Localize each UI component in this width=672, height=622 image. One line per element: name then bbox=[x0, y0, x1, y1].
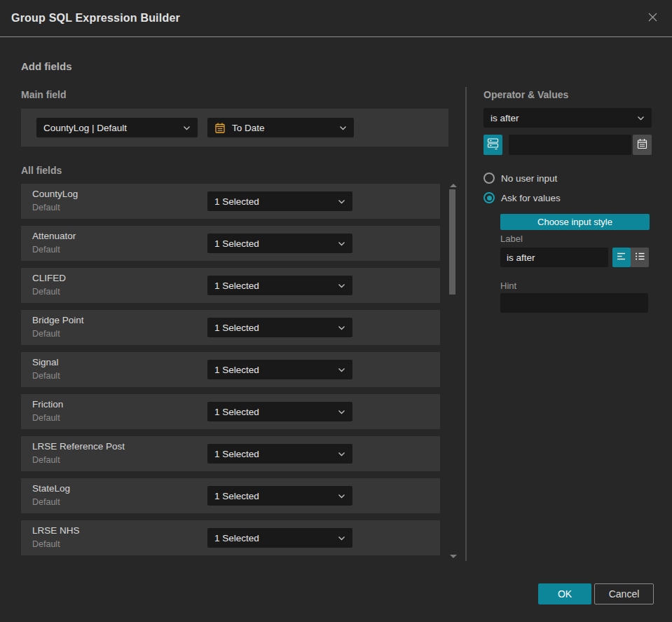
vertical-divider bbox=[465, 87, 467, 561]
single-line-style-button[interactable] bbox=[612, 248, 631, 267]
field-type: Default bbox=[32, 539, 60, 549]
chevron-down-icon bbox=[338, 536, 345, 541]
value-input-row bbox=[484, 135, 652, 155]
chevron-down-icon bbox=[338, 367, 345, 372]
chevron-down-icon bbox=[183, 126, 191, 130]
field-type: Default bbox=[32, 287, 60, 297]
field-selection-value: 1 Selected bbox=[214, 407, 334, 417]
chevron-down-icon bbox=[338, 241, 345, 246]
main-field-heading: Main field bbox=[21, 89, 67, 100]
field-type: Default bbox=[32, 371, 60, 381]
field-name: LRSE Reference Post bbox=[32, 441, 125, 452]
main-field-date-select[interactable]: To Date bbox=[207, 118, 354, 137]
date-picker-button[interactable] bbox=[633, 135, 652, 155]
main-field-panel: CountyLog | Default To Date bbox=[21, 109, 448, 147]
field-row: Friction Default 1 Selected bbox=[21, 394, 440, 429]
field-selection-value: 1 Selected bbox=[214, 280, 334, 291]
hint-caption: Hint bbox=[500, 280, 516, 291]
field-name: Bridge Point bbox=[32, 315, 84, 325]
field-name: Signal bbox=[32, 357, 59, 367]
chevron-down-icon bbox=[338, 325, 345, 330]
dialog-title: Group SQL Expression Builder bbox=[11, 12, 180, 25]
all-fields-list: CountyLog Default 1 Selected Attenuator … bbox=[21, 184, 440, 555]
field-name: LRSE NHS bbox=[32, 525, 80, 536]
field-selection-dropdown[interactable]: 1 Selected bbox=[207, 276, 352, 295]
list-scrollbar[interactable] bbox=[448, 182, 458, 558]
hint-input[interactable] bbox=[500, 293, 648, 313]
field-type: Default bbox=[32, 329, 60, 339]
radio-unselected-icon bbox=[484, 173, 495, 184]
field-selection-value: 1 Selected bbox=[214, 533, 334, 543]
no-user-input-label: No user input bbox=[501, 173, 557, 184]
ok-button[interactable]: OK bbox=[538, 583, 591, 604]
value-input[interactable] bbox=[509, 135, 631, 155]
main-field-date-value: To Date bbox=[232, 123, 335, 133]
field-row: LRSE NHS Default 1 Selected bbox=[21, 520, 440, 555]
field-row: CountyLog Default 1 Selected bbox=[21, 184, 440, 219]
chevron-down-icon bbox=[339, 126, 347, 130]
field-name: Attenuator bbox=[32, 231, 76, 241]
close-button[interactable] bbox=[644, 10, 661, 27]
cancel-button-label: Cancel bbox=[609, 588, 640, 600]
scroll-up-arrow-icon[interactable] bbox=[450, 184, 457, 187]
align-left-icon bbox=[617, 251, 627, 264]
operator-values-heading: Operator & Values bbox=[484, 89, 568, 100]
field-selection-value: 1 Selected bbox=[214, 196, 334, 207]
field-row: StateLog Default 1 Selected bbox=[21, 478, 440, 513]
all-fields-heading: All fields bbox=[21, 165, 62, 176]
calendar-icon bbox=[214, 122, 226, 134]
ok-button-label: OK bbox=[558, 588, 572, 600]
scrollbar-thumb[interactable] bbox=[449, 189, 455, 295]
list-icon bbox=[635, 251, 645, 264]
field-selection-dropdown[interactable]: 1 Selected bbox=[207, 234, 352, 253]
scroll-down-arrow-icon[interactable] bbox=[450, 555, 457, 558]
field-selection-value: 1 Selected bbox=[214, 323, 334, 333]
label-caption: Label bbox=[500, 234, 523, 244]
main-field-select[interactable]: CountyLog | Default bbox=[36, 118, 198, 137]
main-field-select-value: CountyLog | Default bbox=[43, 123, 179, 133]
field-row: LRSE Reference Post Default 1 Selected bbox=[21, 436, 440, 471]
value-type-button[interactable] bbox=[484, 135, 502, 155]
stacked-rows-icon bbox=[486, 137, 500, 153]
list-style-button[interactable] bbox=[631, 248, 649, 267]
choose-input-style-label: Choose input style bbox=[537, 217, 612, 227]
field-selection-dropdown[interactable]: 1 Selected bbox=[207, 444, 352, 464]
operator-select[interactable]: is after bbox=[484, 108, 652, 128]
field-name: CountyLog bbox=[32, 189, 78, 199]
close-icon bbox=[646, 11, 659, 27]
field-selection-dropdown[interactable]: 1 Selected bbox=[207, 191, 352, 211]
field-type: Default bbox=[32, 413, 60, 423]
chevron-down-icon bbox=[338, 452, 345, 457]
field-selection-value: 1 Selected bbox=[214, 238, 334, 249]
field-selection-value: 1 Selected bbox=[214, 491, 334, 501]
field-type: Default bbox=[32, 497, 60, 507]
title-bar: Group SQL Expression Builder bbox=[0, 0, 672, 37]
field-selection-dropdown[interactable]: 1 Selected bbox=[207, 486, 352, 506]
chevron-down-icon bbox=[338, 410, 345, 414]
no-user-input-radio[interactable]: No user input bbox=[484, 173, 557, 184]
ask-for-values-radio[interactable]: Ask for values bbox=[484, 192, 561, 203]
add-fields-heading: Add fields bbox=[21, 60, 72, 72]
label-input[interactable] bbox=[500, 248, 608, 267]
group-sql-expression-builder-dialog: Group SQL Expression Builder Add fields … bbox=[0, 0, 672, 622]
cancel-button[interactable]: Cancel bbox=[594, 583, 654, 604]
radio-selected-icon bbox=[484, 192, 495, 203]
chevron-down-icon bbox=[338, 283, 345, 288]
field-type: Default bbox=[32, 245, 60, 255]
field-row: Bridge Point Default 1 Selected bbox=[21, 310, 440, 345]
chevron-down-icon bbox=[338, 494, 345, 499]
ask-for-values-label: Ask for values bbox=[501, 193, 561, 203]
field-selection-dropdown[interactable]: 1 Selected bbox=[207, 402, 352, 421]
operator-value: is after bbox=[491, 113, 633, 123]
field-selection-value: 1 Selected bbox=[214, 365, 334, 375]
field-name: CLIFED bbox=[32, 273, 66, 283]
choose-input-style-button[interactable]: Choose input style bbox=[500, 214, 650, 230]
field-selection-dropdown[interactable]: 1 Selected bbox=[207, 318, 352, 337]
field-selection-dropdown[interactable]: 1 Selected bbox=[207, 360, 352, 379]
chevron-down-icon bbox=[338, 199, 345, 204]
field-selection-dropdown[interactable]: 1 Selected bbox=[207, 528, 352, 548]
field-row: CLIFED Default 1 Selected bbox=[21, 268, 440, 303]
field-type: Default bbox=[32, 455, 60, 465]
calendar-icon bbox=[636, 137, 648, 153]
field-row: Signal Default 1 Selected bbox=[21, 352, 440, 387]
